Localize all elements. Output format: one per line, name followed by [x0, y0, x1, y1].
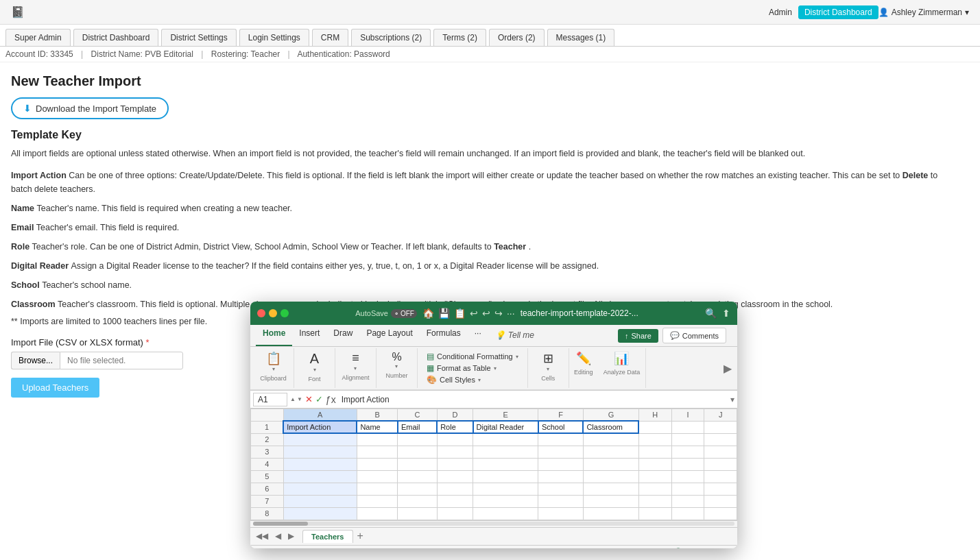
styles-group: ▤ Conditional Formatting ▾ ▦ Format as T…	[418, 348, 528, 388]
tab-super-admin[interactable]: Super Admin	[5, 29, 71, 46]
tab-tell-me[interactable]: 💡 Tell me	[488, 325, 541, 346]
cancel-formula-icon[interactable]: ✕	[305, 394, 313, 404]
cs-icon: 🎨	[427, 375, 437, 385]
cells-btn[interactable]: ⊞ ▾	[540, 350, 556, 374]
save-as-icon[interactable]: 📋	[454, 308, 466, 319]
browse-button[interactable]: Browse...	[11, 352, 60, 369]
save-icon[interactable]: 💾	[438, 308, 450, 319]
redo-icon[interactable]: ↪	[494, 308, 503, 319]
font-icon: A	[310, 351, 319, 367]
clipboard-btn[interactable]: 📋 ▾	[263, 350, 284, 374]
excel-title-center: AutoSave ⚬ OFF 🏠 💾 📋 ↩ ↩ ↪ ··· teacher-i…	[355, 308, 638, 319]
insert-function-icon[interactable]: ƒx	[326, 394, 336, 405]
share-button[interactable]: ↑ Share	[618, 329, 658, 343]
district-dashboard-btn[interactable]: District Dashboard	[798, 5, 879, 19]
autosave-toggle: AutoSave ⚬ OFF	[355, 309, 417, 318]
alignment-btn[interactable]: ≡ ▾	[349, 350, 362, 373]
comment-icon: 💬	[670, 331, 680, 340]
tab-page-layout[interactable]: Page Layout	[359, 325, 419, 346]
number-icon: %	[392, 351, 401, 363]
format-as-table-btn[interactable]: ▦ Format as Table ▾	[425, 363, 521, 374]
ribbon-tabs: Home Insert Draw Page Layout Formulas ··…	[250, 325, 737, 347]
undo-icon[interactable]: ↩	[470, 308, 478, 319]
cells-icon: ⊞	[543, 351, 553, 366]
download-template-button[interactable]: ⬇ Download the Import Template	[11, 97, 169, 119]
tab-subscriptions[interactable]: Subscriptions (2)	[351, 29, 431, 46]
expand-icon: ▶	[724, 362, 732, 375]
tab-home[interactable]: Home	[256, 325, 292, 346]
rostering: Rostering: Teacher	[211, 49, 280, 59]
home-icon[interactable]: 🏠	[422, 308, 434, 319]
traffic-lights	[257, 309, 289, 317]
ribbon-action-btns: ↑ Share 💬 Comments	[612, 325, 732, 346]
cells-group: ⊞ ▾ Cells	[528, 348, 569, 388]
field-import-action: Import Action Can be one of three option…	[11, 169, 949, 196]
maximize-btn[interactable]	[280, 309, 289, 317]
formula-icons: ✕ ✓ ƒx	[305, 394, 336, 405]
tab-messages[interactable]: Messages (1)	[547, 29, 615, 46]
alignment-group: ≡ ▾ Alignment	[335, 348, 377, 388]
tab-login-settings[interactable]: Login Settings	[239, 29, 309, 46]
formula-bar: A1 ▲ ▼ ✕ ✓ ƒx ▾	[250, 391, 737, 409]
comments-button[interactable]: 💬 Comments	[662, 328, 726, 343]
user-icon: 👤	[879, 8, 889, 17]
user-name: Ashley Zimmerman	[892, 8, 962, 17]
field-digital-reader: Digital Reader Assign a Digital Reader l…	[11, 259, 949, 273]
tab-terms[interactable]: Terms (2)	[433, 29, 486, 46]
editing-group: ✏️ Editing	[569, 348, 598, 388]
search-icon[interactable]: 🔍	[705, 308, 717, 319]
tab-formulas[interactable]: Formulas	[420, 325, 468, 346]
analyze-group: 📊 Analyze Data	[598, 348, 647, 388]
tab-more[interactable]: ···	[468, 325, 488, 346]
template-description: All import fields are optional unless st…	[11, 147, 949, 160]
more-icon[interactable]: ···	[507, 308, 515, 319]
district-name: District Name: PVB Editorial	[91, 49, 193, 59]
required-star: *	[146, 337, 150, 348]
cell-styles-btn[interactable]: 🎨 Cell Styles ▾	[425, 374, 521, 385]
authentication: Authentication: Password	[297, 49, 390, 59]
download-btn-label: Download the Import Template	[36, 104, 156, 114]
tab-orders[interactable]: Orders (2)	[489, 29, 545, 46]
undo2-icon[interactable]: ↩	[482, 308, 490, 319]
ribbon-expand[interactable]: ▶	[721, 348, 734, 388]
confirm-formula-icon[interactable]: ✓	[315, 394, 323, 404]
tab-district-settings[interactable]: District Settings	[161, 29, 236, 46]
clipboard-icon: 📋	[266, 351, 281, 366]
upload-teachers-button[interactable]: Upload Teachers	[11, 378, 99, 398]
ft-icon: ▦	[427, 363, 434, 373]
formula-bar-input[interactable]	[339, 395, 728, 404]
formula-bar-arrows: ▲ ▼	[290, 396, 302, 402]
user-info: 👤 Ashley Zimmerman ▾	[879, 8, 969, 17]
close-btn[interactable]	[257, 309, 265, 317]
share-icon[interactable]: ⬆	[722, 308, 730, 319]
clipboard-group: 📋 ▾ Clipboard	[253, 348, 294, 388]
admin-dropdown-btn[interactable]: Admin	[763, 5, 798, 19]
minimize-btn[interactable]	[269, 309, 277, 317]
tab-district-dashboard[interactable]: District Dashboard	[73, 29, 159, 46]
conditional-formatting-btn[interactable]: ▤ Conditional Formatting ▾	[425, 351, 521, 362]
download-icon: ⬇	[23, 103, 32, 114]
cell-reference[interactable]: A1	[253, 393, 287, 406]
excel-filename: teacher-import-template-2022-...	[521, 308, 638, 318]
editing-icon: ✏️	[576, 351, 591, 366]
number-btn[interactable]: % ▾	[389, 350, 404, 371]
tab-insert[interactable]: Insert	[292, 325, 326, 346]
excel-window: AutoSave ⚬ OFF 🏠 💾 📋 ↩ ↩ ↪ ··· teacher-i…	[250, 302, 737, 409]
field-role: Role Teacher's role. Can be one of Distr…	[11, 240, 949, 254]
account-id: Account ID: 33345	[5, 49, 73, 59]
user-chevron: ▾	[965, 8, 969, 17]
field-email: Email Teacher's email. This field is req…	[11, 221, 949, 234]
font-group: A ▾ Font	[294, 348, 335, 388]
account-info: Account ID: 33345 | District Name: PVB E…	[0, 47, 980, 62]
excel-nav-icons: 🏠 💾 📋 ↩ ↩ ↪ ···	[422, 308, 515, 319]
navtabs: Super Admin District Dashboard District …	[0, 25, 980, 47]
formula-dropdown[interactable]: ▾	[730, 395, 734, 404]
analyze-icon: 📊	[614, 351, 629, 366]
tab-crm[interactable]: CRM	[312, 29, 348, 46]
editing-btn[interactable]: ✏️	[573, 350, 594, 367]
notebook-icon: 📓	[11, 5, 25, 19]
analyze-btn[interactable]: 📊	[611, 350, 632, 367]
font-btn[interactable]: A ▾	[307, 350, 322, 374]
cf-icon: ▤	[427, 352, 434, 361]
tab-draw[interactable]: Draw	[326, 325, 359, 346]
